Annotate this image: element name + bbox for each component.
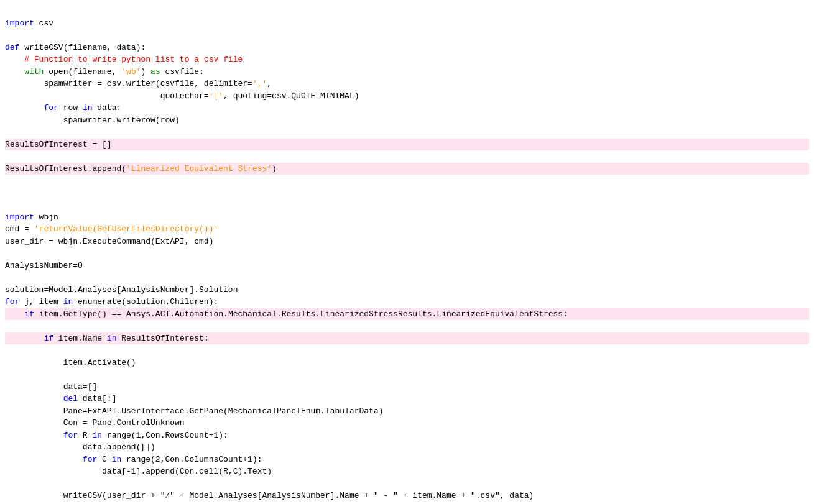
line-3: def writeCSV(filename, data): (5, 43, 146, 52)
line-5: with open(filename, 'wb') as csvfile: (5, 67, 204, 76)
line-1: import csv (5, 19, 53, 28)
line-16: cmd = 'returnValue(GetUserFilesDirectory… (5, 224, 218, 234)
line-8: for row in data: (5, 103, 121, 112)
line-15: import wbjn (5, 213, 58, 222)
code-editor: import csv def writeCSV(filename, data):… (0, 5, 814, 504)
line-24: if item.Name in ResultsOfInterest: (5, 332, 809, 345)
line-23: if item.GetType() == Ansys.ACT.Automatio… (5, 308, 809, 321)
line-7: quotechar='|', quoting=csv.QUOTE_MINIMAL… (5, 91, 359, 101)
line-11: ResultsOfInterest = [] (5, 139, 809, 151)
line-36: writeCSV(user_dir + "/" + Model.Analyses… (5, 491, 534, 500)
line-27: data=[] (5, 382, 97, 392)
line-17: user_dir = wbjn.ExecuteCommand(ExtAPI, c… (5, 237, 213, 246)
line-34: data[-1].append(Con.cell(R,C).Text) (5, 467, 272, 476)
line-29: Pane=ExtAPI.UserInterface.GetPane(Mechan… (5, 406, 384, 416)
line-12: ResultsOfInterest.append('Linearized Equ… (5, 163, 809, 175)
line-28: del data[:] (5, 394, 116, 403)
line-32: data.append([]) (5, 442, 155, 452)
line-22: for j, item in enumerate(solution.Childr… (5, 297, 218, 306)
line-25: item.Activate() (5, 358, 136, 367)
line-30: Con = Pane.ControlUnknown (5, 418, 185, 428)
line-6: spamwriter = csv.writer(csvfile, delimit… (5, 79, 272, 88)
line-19: AnalysisNumber=0 (5, 261, 83, 270)
line-21: solution=Model.Analyses[AnalysisNumber].… (5, 285, 238, 295)
line-33: for C in range(2,Con.ColumnsCount+1): (5, 455, 262, 464)
line-9: spamwriter.writerow(row) (5, 116, 180, 125)
line-4: # Function to write python list to a csv… (5, 55, 243, 64)
line-31: for R in range(1,Con.RowsCount+1): (5, 431, 228, 440)
